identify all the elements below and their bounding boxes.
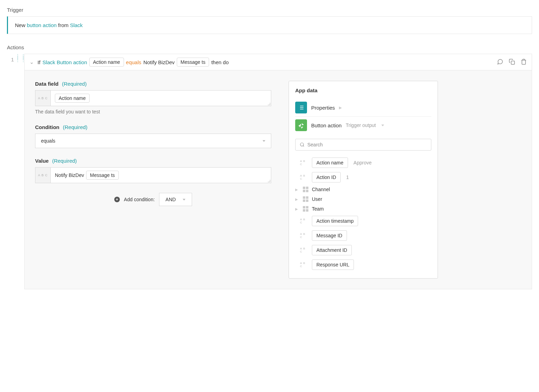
copy-icon[interactable] (509, 59, 515, 66)
data-item-attachment-id[interactable]: A B C Attachment ID (300, 243, 431, 257)
data-item-user[interactable]: ▶ User (295, 194, 431, 204)
trigger-section-label: Trigger (7, 7, 532, 13)
step-summary[interactable]: ⌄ If Slack Button action Action name equ… (30, 58, 229, 67)
svg-rect-0 (511, 61, 515, 64)
properties-row[interactable]: Properties ▶ (295, 99, 431, 117)
resize-handle-icon[interactable] (267, 102, 270, 105)
panel-title: App data (295, 87, 431, 93)
operator-select[interactable]: AND (159, 193, 192, 206)
search-icon (300, 142, 305, 147)
chevron-right-icon: ▶ (295, 188, 298, 191)
abc-prefix-icon: A B C (35, 91, 51, 106)
list-icon (295, 102, 307, 113)
required-badge: (Required) (63, 124, 88, 130)
summary-value-text: Notify BizDev (143, 59, 175, 65)
abc-icon: A B C (300, 232, 308, 239)
data-field-label: Data field (35, 81, 59, 87)
step-card: ⌄ If Slack Button action Action name equ… (24, 54, 532, 289)
data-item-action-name[interactable]: A B C Action name Approve (300, 155, 431, 170)
value-label: Value (35, 158, 49, 164)
data-item-response-url[interactable]: A B C Response URL (300, 257, 431, 272)
data-item-action-timestamp[interactable]: A B C Action timestamp (300, 214, 431, 228)
step-header: ⌄ If Slack Button action Action name equ… (25, 54, 532, 70)
data-field-help: The data field you want to test (35, 109, 271, 114)
grid-icon (303, 206, 308, 212)
actions-section-label: Actions (7, 44, 532, 50)
resize-handle-icon[interactable] (267, 179, 270, 182)
abc-icon: A B C (300, 247, 308, 253)
grid-icon (303, 187, 308, 192)
plus-circle-icon[interactable]: + (114, 197, 120, 202)
data-field-pill[interactable]: Action name (55, 94, 90, 103)
app-data-panel: App data Properties ▶ Button action (289, 81, 438, 279)
svg-point-7 (300, 143, 304, 146)
abc-icon: A B C (300, 174, 308, 180)
data-field-group: Data field (Required) A B C Action name … (35, 81, 271, 114)
grid-icon (303, 196, 308, 202)
condition-group: Condition (Required) equals (35, 124, 271, 148)
add-condition-label: Add condition: (124, 197, 155, 202)
value-pill[interactable]: Message ts (86, 171, 119, 180)
data-item-action-id[interactable]: A B C Action ID 1 (300, 170, 431, 185)
abc-icon: A B C (300, 160, 308, 166)
trigger-summary: New button action from Slack (15, 22, 525, 28)
chevron-down-icon (183, 199, 185, 201)
required-badge: (Required) (62, 81, 87, 87)
trigger-box[interactable]: New button action from Slack (7, 16, 532, 34)
summary-field-pill[interactable]: Action name (89, 58, 124, 67)
comment-icon[interactable] (497, 59, 503, 66)
chevron-down-icon (381, 125, 384, 126)
summary-condition: equals (126, 59, 141, 65)
condition-label: Condition (35, 124, 59, 130)
search-input[interactable]: Search (295, 139, 431, 151)
abc-icon: A B C (300, 218, 308, 224)
required-badge: (Required) (52, 158, 77, 164)
chevron-right-icon: ▶ (339, 105, 342, 110)
chevron-right-icon: ▶ (295, 197, 298, 201)
value-input[interactable]: A B C Notify BizDev Message ts (35, 167, 271, 183)
abc-prefix-icon: A B C (35, 168, 51, 183)
trigger-action-link[interactable]: button action (27, 22, 57, 28)
trash-icon[interactable] (521, 59, 527, 66)
value-group: Value (Required) A B C Notify BizDev Mes… (35, 158, 271, 183)
summary-value-pill[interactable]: Message ts (177, 58, 209, 67)
summary-source-link[interactable]: Slack Button action (42, 59, 87, 65)
data-item-message-id[interactable]: A B C Message ID (300, 228, 431, 243)
data-item-channel[interactable]: ▶ Channel (295, 185, 431, 194)
svg-line-8 (303, 146, 304, 147)
data-field-input[interactable]: A B C Action name (35, 90, 271, 106)
abc-icon: A B C (300, 262, 308, 268)
chevron-down-icon (263, 140, 265, 142)
data-item-team[interactable]: ▶ Team (295, 204, 431, 214)
button-action-row[interactable]: Button action Trigger output (295, 117, 431, 134)
condition-select[interactable]: equals (35, 134, 271, 148)
chevron-down-icon[interactable]: ⌄ (30, 59, 34, 65)
slack-icon (295, 119, 307, 131)
trigger-source-link[interactable]: Slack (70, 22, 83, 28)
chevron-right-icon: ▶ (295, 207, 298, 211)
